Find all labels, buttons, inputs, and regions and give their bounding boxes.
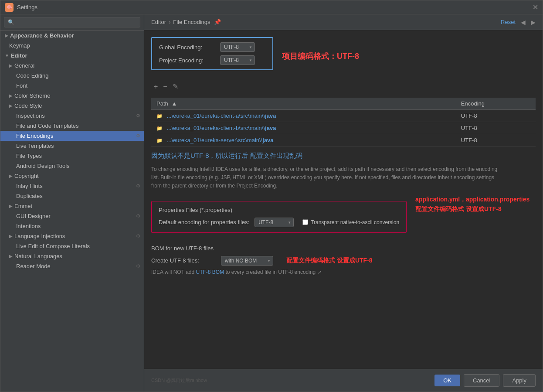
sidebar-item-emmet[interactable]: ▶ Emmet xyxy=(0,201,144,211)
expand-arrow-icon: ▶ xyxy=(9,93,13,98)
sidebar-item-android-design-tools[interactable]: Android Design Tools xyxy=(0,161,144,171)
sidebar-item-file-types[interactable]: File Types xyxy=(0,151,144,161)
bom-title: BOM for new UTF-8 files xyxy=(151,245,536,252)
sidebar: ▶ Appearance & Behavior Keymap ▼ Editor … xyxy=(0,14,144,392)
edit-button[interactable]: ✎ xyxy=(170,82,181,92)
bottom-note-suffix: to every created file in UTF-8 encoding … xyxy=(226,269,322,275)
gear-icon: ⚙ xyxy=(136,133,140,139)
sidebar-item-appearance-behavior[interactable]: ▶ Appearance & Behavior xyxy=(0,31,144,41)
bom-select-wrapper: with NO BOM xyxy=(221,256,273,266)
gear-icon: ⚙ xyxy=(136,233,140,239)
sidebar-item-label: Code Editing xyxy=(16,72,48,79)
expand-arrow-icon: ▶ xyxy=(9,63,13,68)
encoding-cell: UTF-8 xyxy=(456,122,536,134)
sidebar-item-inlay-hints[interactable]: Inlay Hints ⚙ xyxy=(0,181,144,191)
sidebar-item-duplicates[interactable]: Duplicates xyxy=(0,191,144,201)
sidebar-item-file-code-templates[interactable]: File and Code Templates xyxy=(0,121,144,131)
expand-arrow-icon: ▶ xyxy=(9,174,13,178)
transparent-checkbox[interactable] xyxy=(302,219,308,225)
expand-arrow-icon: ▶ xyxy=(5,33,8,38)
project-encoding-select-wrapper: UTF-8 xyxy=(220,55,255,65)
sidebar-item-inspections[interactable]: Inspections ⚙ xyxy=(0,111,144,121)
sidebar-item-font[interactable]: Font xyxy=(0,81,144,91)
sidebar-item-label: Code Style xyxy=(14,102,42,109)
sidebar-item-label: Font xyxy=(16,82,27,89)
file-table: Path ▲ Encoding 📁 ...\eurek xyxy=(151,98,536,147)
sidebar-item-label: Language Injections xyxy=(14,233,65,239)
table-row[interactable]: 📁 ...\eureka_01\eureka-client-b\src\main… xyxy=(151,122,536,134)
project-encoding-label: Project Encoding: xyxy=(159,57,220,64)
file-path-text: ...\eureka_01\eureka-client-a\src\main\\… xyxy=(167,112,276,119)
sidebar-item-natural-languages[interactable]: ▶ Natural Languages xyxy=(0,251,144,261)
red-annotation: 项目编码格式：UTF-8 xyxy=(282,51,359,61)
encoding-box: Global Encoding: UTF-8 Project Encoding: xyxy=(151,37,273,70)
nav-back-icon[interactable]: ◀ xyxy=(521,19,526,26)
red-annotation-2: application.yml，application.properties xyxy=(415,196,529,204)
apply-button[interactable]: Apply xyxy=(503,374,536,387)
bottom-note: IDEA will NOT add UTF-8 BOM to every cre… xyxy=(151,269,536,275)
global-encoding-select[interactable]: UTF-8 xyxy=(220,42,255,52)
expand-arrow-icon: ▶ xyxy=(9,234,13,239)
sidebar-item-keymap[interactable]: Keymap xyxy=(0,41,144,51)
table-row[interactable]: 📁 ...\eureka_01\eureka-server\src\main\\… xyxy=(151,134,536,147)
sidebar-item-code-style[interactable]: ▶ Code Style xyxy=(0,101,144,111)
sidebar-item-code-editing[interactable]: Code Editing xyxy=(0,71,144,81)
app-icon: 🧠 xyxy=(5,3,14,12)
red-bom-annotation: 配置文件编码格式 设置成UTF-8 xyxy=(286,257,373,265)
sidebar-item-label: File and Code Templates xyxy=(16,123,79,129)
path-column-header[interactable]: Path ▲ xyxy=(151,98,456,110)
sidebar-item-label: General xyxy=(14,62,34,69)
cancel-button[interactable]: Cancel xyxy=(464,374,499,387)
sidebar-item-language-injections[interactable]: ▶ Language Injections ⚙ xyxy=(0,231,144,241)
reset-button[interactable]: Reset xyxy=(501,19,516,25)
path-column-label: Path xyxy=(156,100,168,107)
sidebar-item-reader-mode[interactable]: Reader Mode ⚙ xyxy=(0,261,144,271)
global-encoding-row: Global Encoding: UTF-8 xyxy=(159,42,265,52)
remove-button[interactable]: − xyxy=(160,82,170,92)
project-encoding-select[interactable]: UTF-8 xyxy=(220,55,255,65)
close-button[interactable]: ✕ xyxy=(533,3,538,11)
bom-section: BOM for new UTF-8 files Create UTF-8 fil… xyxy=(151,245,536,266)
bom-row: Create UTF-8 files: with NO BOM 配置文件编码格式… xyxy=(151,256,536,266)
window-title: Settings xyxy=(17,4,37,10)
expand-arrow-icon: ▶ xyxy=(9,254,13,259)
ok-button[interactable]: OK xyxy=(434,375,460,386)
sidebar-item-live-templates[interactable]: Live Templates xyxy=(0,141,144,151)
encoding-column-label: Encoding xyxy=(461,100,485,107)
path-cell: 📁 ...\eureka_01\eureka-client-b\src\main… xyxy=(151,122,456,134)
sidebar-item-file-encodings[interactable]: File Encodings ⚙ xyxy=(0,131,144,141)
sidebar-item-label: Inspections xyxy=(16,112,45,119)
settings-window: 🧠 Settings ✕ ▶ Appearance & Behavior Key… xyxy=(0,0,543,392)
nav-forward-icon[interactable]: ▶ xyxy=(531,19,536,26)
folder-icon: 📁 xyxy=(156,138,163,143)
sidebar-item-intentions[interactable]: Intentions xyxy=(0,221,144,231)
sidebar-item-label: Color Scheme xyxy=(14,92,50,99)
sidebar-item-gui-designer[interactable]: GUI Designer ⚙ xyxy=(0,211,144,221)
table-row[interactable]: 📁 ...\eureka_01\eureka-client-a\src\main… xyxy=(151,110,536,122)
sidebar-item-label: Editor xyxy=(11,52,27,59)
sidebar-item-editor[interactable]: ▼ Editor xyxy=(0,51,144,61)
sidebar-item-live-edit[interactable]: Live Edit of Compose Literals xyxy=(0,241,144,251)
default-encoding-select[interactable]: UTF-8 xyxy=(255,218,294,227)
bom-create-label: Create UTF-8 files: xyxy=(151,257,221,264)
gear-icon: ⚙ xyxy=(136,113,140,119)
sidebar-item-color-scheme[interactable]: ▶ Color Scheme xyxy=(0,91,144,101)
path-cell: 📁 ...\eureka_01\eureka-server\src\main\\… xyxy=(151,134,456,147)
add-button[interactable]: + xyxy=(151,82,160,92)
panel-content: Global Encoding: UTF-8 Project Encoding: xyxy=(144,30,543,369)
breadcrumb-separator: › xyxy=(169,19,170,25)
sidebar-item-general[interactable]: ▶ General xyxy=(0,61,144,71)
sidebar-item-label: GUI Designer xyxy=(16,213,51,219)
search-input[interactable] xyxy=(4,17,140,27)
breadcrumb-current: File Encodings xyxy=(173,19,210,25)
bom-select[interactable]: with NO BOM xyxy=(221,256,273,266)
utf8-bom-link[interactable]: UTF-8 BOM xyxy=(196,269,224,275)
sidebar-item-copyright[interactable]: ▶ Copyright xyxy=(0,171,144,181)
folder-icon: 📁 xyxy=(156,113,163,119)
sidebar-item-label: Live Templates xyxy=(16,143,54,149)
encoding-cell: UTF-8 xyxy=(456,110,536,122)
watermark: CSDN @风雨过后rainbow xyxy=(151,377,207,384)
red-annotation-3: 配置文件编码格式 设置成UTF-8 xyxy=(415,205,529,213)
transparent-label: Transparent native-to-ascii conversion xyxy=(302,219,399,225)
sidebar-item-label: Android Design Tools xyxy=(16,163,70,169)
